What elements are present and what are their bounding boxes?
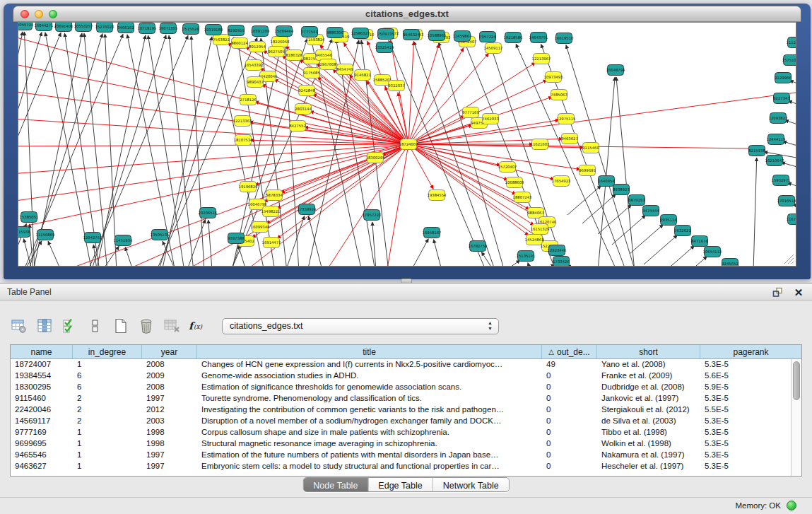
graph-node[interactable]: 15932971 (772, 175, 791, 186)
graph-node[interactable]: 20206516 (199, 208, 218, 218)
table-cell[interactable]: Yano et al. (2008) (597, 359, 700, 370)
table-cell[interactable]: Disruption of a novel member of a sodium… (197, 416, 542, 427)
table-cell[interactable]: 0 (542, 404, 597, 416)
table-cell[interactable]: Wolkin et al. (1998) (597, 438, 700, 450)
function-builder-icon[interactable]: f (x) (188, 317, 206, 335)
graph-node[interactable]: 12923446 (548, 245, 567, 256)
table-cell[interactable]: 1 (73, 438, 142, 450)
graph-node[interactable]: 9890437 (247, 77, 264, 88)
resize-grip-icon[interactable] (784, 255, 794, 264)
table-cell[interactable]: 0 (542, 393, 597, 404)
float-window-icon[interactable] (771, 286, 784, 298)
table-cell[interactable]: 6 (73, 382, 142, 393)
delete-table-icon[interactable] (163, 317, 181, 335)
graph-node[interactable]: 16619510 (555, 33, 575, 44)
table-header-cell-year[interactable]: year (142, 345, 197, 358)
graph-node[interactable]: 16782759 (469, 241, 488, 252)
graph-node[interactable]: 2967608 (319, 59, 336, 70)
table-cell[interactable]: 5.3E-5 (700, 416, 791, 427)
table-header-cell-title[interactable]: title (197, 345, 542, 358)
table-cell[interactable]: 2008 (142, 382, 197, 393)
table-cell[interactable]: 1997 (142, 461, 197, 472)
graph-node[interactable]: 12444119 (767, 134, 786, 145)
table-cell[interactable]: 5.3E-5 (700, 461, 791, 472)
graph-node[interactable]: 16543392 (245, 60, 264, 71)
scrollbar-thumb[interactable] (793, 361, 800, 400)
graph-node[interactable]: 15276023 (95, 23, 114, 33)
table-cell[interactable]: 0 (542, 438, 597, 450)
graph-node[interactable]: 5878334 (266, 190, 283, 201)
table-cell[interactable]: 9463627 (11, 461, 73, 472)
table-cell[interactable]: 2003 (142, 416, 197, 427)
graph-node[interactable]: 9466162 (117, 23, 134, 33)
graph-node[interactable]: 19384554 (428, 190, 447, 201)
graph-node[interactable]: 2803144 (295, 104, 312, 115)
graph-node[interactable]: 10391209 (251, 26, 270, 37)
table-cell[interactable]: 18300295 (11, 382, 73, 393)
graph-node[interactable]: 9627505 (268, 47, 285, 57)
graph-node[interactable]: 15720407 (498, 162, 517, 173)
table-cell[interactable]: 5.3E-5 (700, 359, 791, 370)
graph-node[interactable]: 11156869 (36, 230, 55, 240)
table-cell[interactable]: 5.3E-5 (700, 450, 791, 461)
table-row[interactable]: 969969511998Structural magnetic resonanc… (11, 438, 791, 450)
graph-node[interactable]: 9115460 (582, 143, 599, 153)
table-header-cell-in_degree[interactable]: in_degree (73, 345, 142, 358)
table-cell[interactable]: 2008 (142, 359, 197, 370)
graph-node[interactable]: 9146821 (354, 70, 371, 81)
graph-node[interactable]: 16099348 (251, 222, 271, 233)
table-cell[interactable]: 9699695 (11, 438, 73, 450)
table-cell[interactable]: Genome-wide association studies in ADHD. (197, 370, 542, 382)
graph-node[interactable]: 9175685 (303, 68, 320, 78)
row-height-icon[interactable] (86, 317, 105, 335)
graph-node[interactable]: 16044271 (35, 23, 54, 31)
table-cell[interactable]: 6 (73, 370, 142, 382)
graph-node[interactable]: 10588965 (428, 30, 447, 41)
table-row[interactable]: 946362711997Embryonic stem cells: a mode… (11, 461, 791, 472)
graph-node[interactable]: 15751074 (782, 55, 796, 66)
table-cell[interactable]: 2 (73, 404, 142, 416)
table-cell[interactable]: 1 (73, 359, 142, 370)
table-row[interactable]: 911546021997Tourette syndrome. Phenomeno… (11, 393, 791, 404)
table-header-cell-out_de[interactable]: △out_de... (542, 345, 597, 358)
show-column-icon[interactable] (35, 317, 54, 335)
table-cell[interactable]: 1998 (142, 427, 197, 438)
table-cell[interactable]: 1 (73, 427, 142, 438)
graph-node[interactable]: 7485063 (551, 90, 567, 100)
graph-node[interactable]: 12975115 (557, 114, 576, 124)
graph-node[interactable]: 15385051 (20, 212, 39, 223)
graph-node[interactable]: 7957224 (479, 32, 496, 42)
table-cell[interactable]: 1 (73, 450, 142, 461)
table-row[interactable]: 946554611997Estimation of the future num… (11, 450, 791, 461)
table-header-cell-short[interactable]: short (597, 345, 700, 358)
table-cell[interactable]: de Silva et al. (2003) (597, 416, 700, 427)
graph-node[interactable]: 11675312 (787, 214, 796, 225)
table-cell[interactable]: Hescheler et al. (1997) (597, 461, 700, 472)
graph-node[interactable]: 11123559 (787, 37, 796, 48)
graph-node[interactable]: 10654112 (703, 247, 722, 257)
graph-node[interactable]: 15069464 (275, 26, 295, 37)
graph-node[interactable]: 8860124 (231, 38, 248, 49)
graph-node[interactable]: 11459867 (453, 31, 472, 42)
table-cell[interactable]: 1997 (142, 393, 197, 404)
table-row[interactable]: 1456911722003Disruption of a novel membe… (11, 416, 791, 427)
close-window-icon[interactable] (20, 10, 29, 18)
table-cell[interactable]: 0 (542, 461, 597, 472)
graph-node[interactable]: 8912954 (249, 42, 266, 52)
table-cell[interactable]: 18724007 (11, 359, 73, 370)
table-cell[interactable]: 5.3E-5 (700, 427, 791, 438)
table-cell[interactable]: Changes of HCN gene expression and I(f) … (197, 359, 542, 370)
table-cell[interactable]: Tourette syndrome. Phenomenology and cla… (197, 393, 542, 404)
graph-node[interactable]: 9474444 (642, 206, 659, 216)
graph-node[interactable]: 15498221 (261, 206, 281, 217)
graph-node[interactable]: 18724007 (399, 139, 418, 150)
table-cell[interactable]: 1 (73, 461, 142, 472)
graph-node[interactable]: 10688609 (505, 177, 524, 188)
table-cell[interactable]: Nakamura et al. (1997) (597, 450, 700, 461)
graph-node[interactable]: 2718126 (240, 95, 257, 105)
graph-node[interactable]: 8290959 (228, 25, 245, 36)
graph-node[interactable]: 19218586 (504, 33, 524, 43)
table-cell[interactable]: Investigating the contribution of common… (197, 404, 542, 416)
graph-node[interactable]: 2935114 (660, 215, 677, 226)
graph-node[interactable]: 19319189 (204, 25, 223, 35)
